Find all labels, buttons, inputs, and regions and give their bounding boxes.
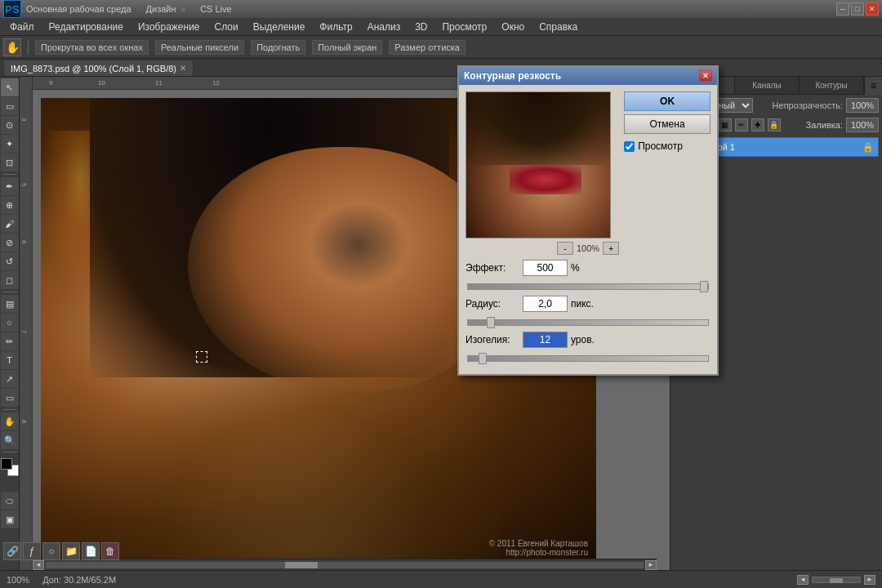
hand-tool-option[interactable]: ✋ (3, 38, 21, 56)
add-mask-btn[interactable]: ○ (42, 542, 60, 560)
menu-layer[interactable]: Слои (208, 20, 245, 34)
radius-unit: пикс. (571, 298, 594, 310)
dialog-preview-image[interactable] (466, 91, 611, 238)
scroll-all-windows-option[interactable]: Прокрутка во всех окнах (35, 40, 149, 55)
move-tool[interactable]: ↖ (1, 78, 19, 96)
effect-input[interactable] (523, 260, 568, 276)
nav-track (812, 577, 861, 583)
menu-filter[interactable]: Фильтр (313, 20, 359, 34)
quick-select-tool[interactable]: ✦ (1, 135, 19, 153)
panel-tab-paths[interactable]: Контуры (800, 77, 864, 94)
window-controls: ─ □ ✕ (836, 2, 879, 16)
close-button[interactable]: ✕ (866, 2, 879, 16)
threshold-input[interactable] (523, 332, 568, 348)
print-size-option[interactable]: Размер оттиска (389, 40, 466, 55)
ruler-mark-v: 6 (20, 240, 28, 243)
panel-menu-icon[interactable]: ≡ (864, 77, 882, 95)
fullscreen-option[interactable]: Полный экран (312, 40, 382, 55)
unsharp-mask-dialog[interactable]: Контурная резкость ✕ OK Отмена Просмотр (457, 65, 719, 376)
menu-view[interactable]: Просмотр (435, 20, 493, 34)
fill-input[interactable] (846, 118, 879, 132)
menu-edit[interactable]: Редактирование (42, 20, 130, 34)
text-tool[interactable]: T (1, 351, 19, 369)
marquee-tool[interactable]: ▭ (1, 97, 19, 115)
menu-image[interactable]: Изображение (131, 20, 207, 34)
opacity-input[interactable] (846, 98, 879, 113)
color-swatches-area (1, 458, 19, 484)
horizontal-scrollbar[interactable]: ◄ ► (33, 559, 657, 570)
dialog-close-button[interactable]: ✕ (699, 70, 712, 82)
menu-analysis[interactable]: Анализ (361, 20, 408, 34)
quick-mask-mode[interactable]: ⬭ (1, 492, 19, 510)
eyedropper-tool[interactable]: ✒ (1, 177, 19, 195)
radius-input[interactable] (523, 296, 568, 312)
lock-paint-btn[interactable]: ✏ (735, 118, 748, 131)
zoom-tool[interactable]: 🔍 (1, 431, 19, 449)
menu-select[interactable]: Выделение (247, 20, 312, 34)
new-group-btn[interactable]: 📁 (62, 542, 80, 560)
nav-prev[interactable]: ◄ (797, 575, 808, 585)
preview-hair (466, 92, 610, 165)
spot-heal-tool[interactable]: ⊕ (1, 196, 19, 214)
effect-slider[interactable] (467, 283, 709, 290)
toolbar-separator-4 (2, 452, 17, 452)
radius-slider[interactable] (467, 319, 709, 326)
history-brush-tool[interactable]: ↺ (1, 252, 19, 270)
menu-bar: Файл Редактирование Изображение Слои Выд… (0, 18, 882, 36)
dialog-body: OK Отмена Просмотр - 100% + Эффект: (459, 85, 717, 374)
link-layers-btn[interactable]: 🔗 (3, 542, 21, 560)
main-area: ↖ ▭ ⊙ ✦ ⊡ ✒ ⊕ 🖌 ⊘ ↺ ◻ ▤ ○ ✏ T ↗ ▭ ✋ 🔍 ⬭ … (0, 77, 882, 570)
crop-tool[interactable]: ⊡ (1, 154, 19, 172)
shape-tool[interactable]: ▭ (1, 389, 19, 407)
tab-close-button[interactable]: ✕ (180, 64, 186, 73)
document-tab[interactable]: IMG_8873.psd @ 100% (Слой 1, RGB/8) ✕ (3, 60, 194, 76)
clone-tool[interactable]: ⊘ (1, 234, 19, 252)
lasso-tool[interactable]: ⊙ (1, 116, 19, 134)
title-bar: PS Основная рабочая среда Дизайн » CS Li… (0, 0, 882, 18)
dialog-ok-button[interactable]: OK (624, 91, 710, 111)
scroll-right[interactable]: ► (645, 560, 657, 570)
app-title: Основная рабочая среда (26, 4, 131, 14)
delete-layer-btn[interactable]: 🗑 (101, 542, 119, 560)
zoom-in-button[interactable]: + (603, 242, 619, 255)
ruler-left: 3 5 6 7 8 (20, 77, 33, 570)
scroll-thumb[interactable] (285, 562, 318, 568)
hand-tool[interactable]: ✋ (1, 412, 19, 430)
lock-transparent-btn[interactable]: ▦ (719, 118, 732, 131)
foreground-color-swatch[interactable] (1, 458, 12, 470)
options-bar: ✋ Прокрутка во всех окнах Реальные пиксе… (0, 36, 882, 59)
lock-all-btn[interactable]: 🔒 (768, 118, 781, 131)
fit-option[interactable]: Подогнать (251, 40, 305, 55)
minimize-button[interactable]: ─ (836, 2, 849, 16)
dodge-tool[interactable]: ○ (1, 314, 19, 332)
add-style-btn[interactable]: ƒ (23, 542, 41, 560)
eraser-tool[interactable]: ◻ (1, 271, 19, 289)
preview-checkbox-row: Просмотр (624, 140, 710, 152)
effect-row: Эффект: % (466, 260, 710, 276)
nav-next[interactable]: ► (864, 575, 875, 585)
pen-tool[interactable]: ✏ (1, 332, 19, 350)
layer-lock-icon[interactable]: 🔒 (862, 140, 875, 154)
toolbar-separator-1 (2, 174, 17, 175)
zoom-level-display: 100% (577, 243, 599, 253)
dialog-cancel-button[interactable]: Отмена (624, 114, 710, 134)
menu-file[interactable]: Файл (3, 20, 41, 34)
actual-pixels-option[interactable]: Реальные пиксели (155, 40, 244, 55)
scroll-left[interactable]: ◄ (33, 560, 44, 570)
radius-label: Радиус: (466, 298, 523, 310)
path-select-tool[interactable]: ↗ (1, 370, 19, 388)
lock-move-btn[interactable]: ✚ (751, 118, 764, 131)
menu-window[interactable]: Окно (495, 20, 531, 34)
menu-help[interactable]: Справка (532, 20, 584, 34)
preview-checkbox[interactable] (624, 141, 635, 152)
menu-3d[interactable]: 3D (408, 20, 434, 34)
zoom-out-button[interactable]: - (557, 242, 573, 255)
screen-mode[interactable]: ▣ (1, 510, 19, 528)
gradient-tool[interactable]: ▤ (1, 295, 19, 313)
maximize-button[interactable]: □ (851, 2, 864, 16)
new-layer-btn[interactable]: 📄 (82, 542, 100, 560)
brush-tool[interactable]: 🖌 (1, 215, 19, 233)
panel-tab-channels[interactable]: Каналы (735, 77, 800, 94)
threshold-slider[interactable] (467, 355, 709, 362)
dialog-title-bar[interactable]: Контурная резкость ✕ (459, 67, 717, 85)
